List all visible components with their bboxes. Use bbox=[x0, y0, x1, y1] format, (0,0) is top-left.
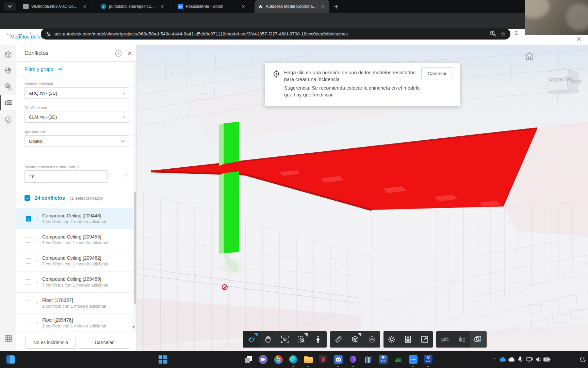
table-view-button[interactable] bbox=[0, 331, 16, 346]
info-icon[interactable]: i bbox=[115, 50, 121, 57]
tab-2[interactable]: S puntolabcl.sharepoint.com/sites × bbox=[97, 0, 169, 13]
kebab-menu-icon[interactable]: ⋮ bbox=[124, 172, 130, 179]
row-checkbox[interactable] bbox=[26, 301, 31, 306]
battery-icon[interactable] bbox=[542, 355, 551, 364]
translate-icon[interactable] bbox=[490, 31, 496, 37]
fit-view-button[interactable] bbox=[276, 331, 293, 348]
row-checkbox[interactable] bbox=[26, 320, 31, 325]
conflicts-count-link[interactable]: 24 conflictos bbox=[35, 195, 65, 201]
expand-chevron-icon[interactable]: › bbox=[36, 237, 38, 243]
views-tool-button[interactable] bbox=[0, 63, 16, 78]
task-view-button[interactable] bbox=[244, 355, 253, 364]
filter-group-toggle[interactable]: Filtro y grupo bbox=[24, 66, 62, 72]
models-tool-button[interactable] bbox=[0, 47, 16, 62]
zoom-webcam-overlay[interactable]: Esteban Campos bbox=[525, 0, 588, 35]
group-by-select[interactable]: Objeto bbox=[24, 135, 129, 147]
scroll-down-icon[interactable]: ▼ bbox=[132, 325, 135, 329]
forward-button[interactable]: → bbox=[16, 30, 24, 39]
clashes-tool-button-active[interactable] bbox=[0, 95, 16, 110]
overlay-close-icon[interactable]: × bbox=[574, 35, 583, 44]
file-explorer-icon[interactable] bbox=[304, 355, 313, 364]
settings-button[interactable] bbox=[383, 331, 400, 348]
orbit-button[interactable] bbox=[243, 331, 260, 348]
clash-color-button[interactable] bbox=[470, 331, 486, 348]
focus-moon-icon[interactable] bbox=[578, 355, 587, 364]
site-settings-icon[interactable] bbox=[46, 31, 51, 37]
conflict-row[interactable]: › Floor [209476]1 conflicto con 1 modelo… bbox=[16, 314, 134, 332]
start-button[interactable] bbox=[158, 355, 167, 364]
expand-chevron-icon[interactable]: › bbox=[36, 320, 38, 326]
reload-button[interactable]: ↻ bbox=[27, 30, 36, 39]
conflict-row[interactable]: › Floor [178357]1 conflicto con 1 modelo… bbox=[16, 293, 134, 314]
measure-button[interactable] bbox=[330, 331, 347, 348]
widgets-icon[interactable] bbox=[6, 355, 15, 364]
tab-close-icon[interactable]: × bbox=[159, 3, 165, 10]
extension-z-icon[interactable]: Z bbox=[512, 30, 520, 36]
issues-tool-button[interactable] bbox=[0, 112, 16, 127]
navisworks-icon[interactable]: NMAN bbox=[424, 355, 432, 364]
hidden-objects-button[interactable] bbox=[363, 331, 380, 348]
zoom-app-icon[interactable]: zoom bbox=[409, 355, 418, 364]
select-all-checkbox-indeterminate[interactable]: – bbox=[24, 195, 30, 201]
tab-3[interactable]: zm Posasistente - Zoom × bbox=[174, 0, 250, 13]
chat-app-icon[interactable] bbox=[259, 355, 267, 364]
tab-close-icon[interactable]: × bbox=[82, 3, 88, 10]
clash-with-select[interactable]: CLM.rvt - {3D} ▾ bbox=[24, 111, 129, 123]
clash-green-column[interactable] bbox=[219, 122, 244, 274]
media-app-icon[interactable] bbox=[319, 355, 328, 364]
revit-icon[interactable]: RRVT bbox=[379, 355, 388, 364]
zoom-window-button[interactable] bbox=[293, 331, 310, 348]
fullscreen-button[interactable] bbox=[416, 331, 433, 348]
dialog-cancel-button[interactable]: Cancelar bbox=[421, 67, 453, 79]
back-button[interactable]: ← bbox=[4, 30, 13, 39]
row-checkbox-checked[interactable]: ✓ bbox=[26, 216, 31, 221]
expand-chevron-icon[interactable]: › bbox=[36, 258, 38, 264]
not-an-issue-button[interactable]: No es incidencia bbox=[26, 336, 76, 349]
row-checkbox[interactable] bbox=[26, 237, 31, 243]
pan-button[interactable] bbox=[260, 331, 276, 348]
main-model-select[interactable]: ARQ.rvt - {3D} ▾ bbox=[24, 87, 129, 99]
tolerance-input[interactable]: 10 bbox=[24, 170, 108, 183]
tab-4-active[interactable]: Autodesk Model Coordination × bbox=[255, 0, 329, 13]
panel-cancel-button[interactable]: Cancelar bbox=[79, 336, 129, 349]
home-view-icon[interactable] bbox=[525, 51, 534, 60]
edge-icon[interactable] bbox=[289, 355, 298, 364]
tab-close-icon[interactable]: × bbox=[240, 3, 246, 10]
properties-panel-button[interactable] bbox=[400, 331, 416, 348]
conflict-row[interactable]: ✓ › Compound Ceiling [209448]1 conflicto… bbox=[16, 208, 134, 229]
microphone-icon[interactable] bbox=[516, 355, 525, 364]
tab-search-button[interactable] bbox=[4, 2, 16, 11]
expand-chevron-icon[interactable]: › bbox=[36, 216, 38, 222]
conflict-row[interactable]: › Compound Ceiling [209455]7 conflictos … bbox=[16, 229, 134, 250]
first-person-button[interactable] bbox=[310, 331, 326, 348]
panel-close-icon[interactable]: × bbox=[126, 50, 133, 57]
color-by-button[interactable] bbox=[453, 331, 470, 348]
obsidian-icon[interactable] bbox=[349, 355, 358, 364]
view-cube[interactable]: FRONTAL DER /**/ bbox=[542, 62, 583, 96]
autodesk-green-app-icon[interactable] bbox=[394, 355, 403, 364]
model-visibility-button[interactable] bbox=[436, 331, 453, 348]
tab-close-icon[interactable]: × bbox=[320, 3, 326, 10]
cloud-sync-icon[interactable] bbox=[507, 355, 516, 364]
conflict-row[interactable]: › Compound Ceiling [209469]7 conflictos … bbox=[16, 272, 134, 293]
library-app-icon[interactable] bbox=[364, 355, 373, 364]
conflict-row[interactable]: › Compound Ceiling [209462]7 conflictos … bbox=[16, 250, 134, 272]
chrome-icon[interactable] bbox=[274, 355, 283, 364]
network-display-icon[interactable] bbox=[525, 355, 534, 364]
tab-1[interactable]: ≡ WBIMcde.N03.V01: Contenidos × bbox=[20, 0, 91, 13]
bookmark-star-icon[interactable]: ☆ bbox=[501, 31, 506, 37]
scrollbar-thumb[interactable] bbox=[134, 192, 136, 304]
row-checkbox[interactable] bbox=[26, 258, 31, 264]
expand-chevron-icon[interactable]: › bbox=[36, 300, 38, 306]
section-box-button[interactable] bbox=[347, 331, 363, 348]
address-bar[interactable]: acc.autodesk.com/model/viewer/projects/0… bbox=[41, 28, 510, 40]
onedrive-icon[interactable] bbox=[498, 355, 507, 364]
new-tab-button[interactable]: + bbox=[332, 3, 340, 11]
speaker-icon[interactable] bbox=[534, 355, 543, 364]
inspect-tool-button[interactable] bbox=[0, 79, 16, 94]
model-viewport[interactable]: FRONTAL DER /**/ Haga clic en una posici… bbox=[137, 45, 588, 351]
ms-store-icon[interactable] bbox=[334, 355, 343, 364]
row-checkbox[interactable] bbox=[26, 279, 31, 285]
expand-chevron-icon[interactable]: › bbox=[36, 279, 38, 285]
tray-expand-chevron[interactable]: ⌃ bbox=[490, 355, 499, 364]
